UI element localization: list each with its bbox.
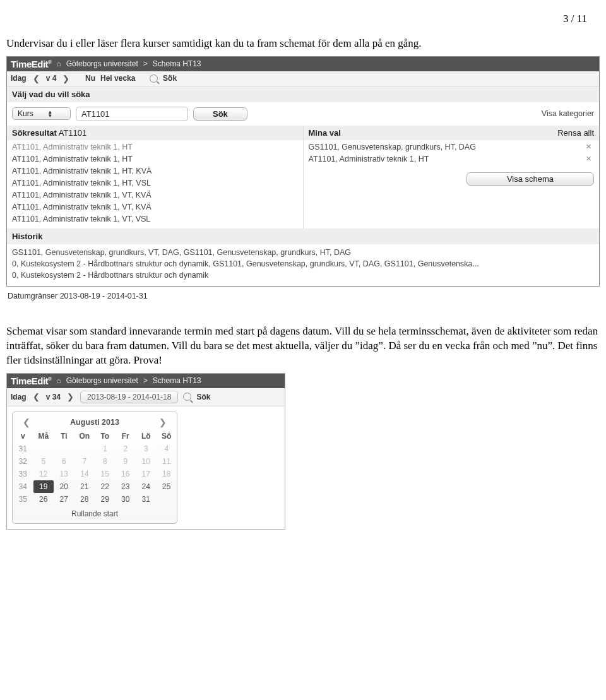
week-number: 34 (13, 480, 33, 493)
search-button[interactable]: Sök (193, 107, 247, 121)
results-header: Sökresultat AT1101 (7, 126, 303, 140)
date-range-button[interactable]: 2013-08-19 - 2014-01-18 (80, 391, 178, 403)
calendar-day[interactable]: 1 (95, 442, 116, 455)
calendar-day[interactable]: 14 (74, 468, 95, 480)
screenshot-timeedit-search: TimeEdit® ⌂ Göteborgs universitet Schema… (6, 56, 600, 287)
week-number: 35 (13, 493, 33, 506)
calendar-day[interactable]: 11 (157, 455, 177, 468)
chevron-updown-icon: ▴▾ (49, 110, 52, 117)
close-icon[interactable]: ✕ (586, 143, 594, 151)
calendar-day[interactable]: 28 (74, 493, 95, 506)
today-button[interactable]: Idag (11, 393, 27, 401)
list-item[interactable]: AT1101, Administrativ teknik 1, HT, KVÄ (12, 165, 298, 177)
list-item[interactable]: AT1101, Administrativ teknik 1, HT✕ (309, 153, 595, 165)
prev-month-button[interactable]: ❮ (19, 417, 34, 427)
app-logo: TimeEdit® (11, 59, 51, 69)
calendar-day[interactable]: 17 (136, 468, 157, 480)
app-topbar: TimeEdit® ⌂ Göteborgs universitet Schema… (7, 374, 285, 388)
calendar-day[interactable]: 31 (136, 493, 157, 506)
type-selector[interactable]: Kurs ▴▾ (12, 107, 71, 120)
history-list: GS1101, Genusvetenskap, grundkurs, VT, D… (7, 244, 599, 286)
calendar-day[interactable]: 3 (136, 442, 157, 455)
calendar-day[interactable]: 20 (54, 480, 74, 493)
prev-week-button[interactable]: ❮ (32, 392, 41, 401)
breadcrumb[interactable]: Schema HT13 (153, 376, 201, 385)
list-item[interactable]: 0, Kustekosystem 2 - Hårdbottnars strukt… (12, 270, 594, 281)
list-item[interactable]: GS1101, Genusvetenskap, grundkurs, VT, D… (12, 247, 594, 258)
close-icon[interactable]: ✕ (586, 155, 594, 163)
search-input[interactable]: AT1101 (76, 107, 188, 121)
calendar-day[interactable]: 23 (116, 480, 136, 493)
calendar-day[interactable]: 24 (136, 480, 157, 493)
breadcrumb[interactable]: Göteborgs universitet (66, 59, 138, 68)
list-item[interactable]: AT1101, Administrativ teknik 1, HT (12, 153, 298, 165)
calendar-day[interactable]: 18 (157, 468, 177, 480)
calendar-day[interactable]: 25 (157, 480, 177, 493)
app-logo: TimeEdit® (11, 376, 51, 386)
selections-header: Mina val Rensa allt (304, 126, 600, 140)
calendar-day (33, 442, 54, 455)
list-item[interactable]: AT1101, Administrativ teknik 1, VT, VSL (12, 213, 298, 225)
page-number: 3 / 11 (6, 0, 600, 32)
next-week-button[interactable]: ❯ (61, 74, 71, 83)
calendar-day[interactable]: 7 (74, 455, 95, 468)
clear-all-link[interactable]: Rensa allt (557, 128, 594, 138)
list-item[interactable]: 0, Kustekosystem 2 - Hårdbottnars strukt… (12, 258, 594, 270)
calendar-grid: v Må Ti On To Fr Lö Sö 31123432567891011… (13, 430, 177, 506)
calendar-day (74, 442, 95, 455)
search-label[interactable]: Sök (196, 393, 210, 401)
calendar-day[interactable]: 4 (157, 442, 177, 455)
list-item[interactable]: AT1101, Administrativ teknik 1, HT (12, 141, 298, 153)
list-item[interactable]: GS1101, Genusvetenskap, grundkurs, HT, D… (309, 141, 595, 153)
app-toolbar: Idag ❮ v 4 ❯ Nu Hel vecka Sök (7, 71, 599, 86)
list-item[interactable]: AT1101, Administrativ teknik 1, VT, KVÄ (12, 201, 298, 213)
calendar-day[interactable]: 22 (95, 480, 116, 493)
calendar-day[interactable]: 19 (33, 480, 54, 493)
history-heading: Historik (7, 228, 599, 244)
calendar-day[interactable]: 9 (116, 455, 136, 468)
calendar-day[interactable]: 26 (33, 493, 54, 506)
week-number: 31 (13, 442, 33, 455)
calendar-day[interactable]: 10 (136, 455, 157, 468)
breadcrumb[interactable]: Göteborgs universitet (66, 376, 138, 385)
breadcrumb-sep (143, 376, 148, 385)
calendar-day[interactable]: 8 (95, 455, 116, 468)
calendar-day[interactable]: 5 (33, 455, 54, 468)
home-icon[interactable]: ⌂ (56, 59, 61, 68)
calendar-day[interactable]: 6 (54, 455, 74, 468)
search-label[interactable]: Sök (163, 74, 177, 83)
calendar-day[interactable]: 27 (54, 493, 74, 506)
mid-paragraph: Schemat visar som standard innevarande t… (6, 319, 600, 373)
rolling-start-label[interactable]: Rullande start (13, 506, 177, 518)
calendar-popover: ❮ Augusti 2013 ❯ v Må Ti On To Fr Lö Sö … (12, 412, 177, 524)
calendar-day[interactable]: 15 (95, 468, 116, 480)
screenshot-timeedit-calendar: TimeEdit® ⌂ Göteborgs universitet Schema… (6, 373, 285, 530)
calendar-day[interactable]: 21 (74, 480, 95, 493)
week-col-header: v (13, 430, 33, 442)
next-month-button[interactable]: ❯ (155, 417, 170, 427)
breadcrumb-sep (143, 59, 148, 68)
calendar-day[interactable]: 12 (33, 468, 54, 480)
today-button[interactable]: Idag (11, 74, 27, 83)
calendar-day[interactable]: 13 (54, 468, 74, 480)
show-schedule-button[interactable]: Visa schema (466, 172, 594, 186)
calendar-day[interactable]: 2 (116, 442, 136, 455)
now-button[interactable]: Nu (85, 74, 95, 83)
date-range-note: Datumgränser 2013-08-19 - 2014-01-31 (6, 290, 600, 319)
show-categories-link[interactable]: Visa kategorier (542, 109, 594, 118)
calendar-day[interactable]: 29 (95, 493, 116, 506)
next-week-button[interactable]: ❯ (66, 392, 75, 401)
list-item[interactable]: AT1101, Administrativ teknik 1, HT, VSL (12, 177, 298, 189)
intro-paragraph: Undervisar du i eller läser flera kurser… (6, 32, 600, 56)
week-number: 32 (13, 455, 33, 468)
list-item[interactable]: AT1101, Administrativ teknik 1, VT, KVÄ (12, 189, 298, 201)
search-icon (150, 74, 158, 83)
prev-week-button[interactable]: ❮ (32, 74, 41, 83)
breadcrumb[interactable]: Schema HT13 (153, 59, 201, 68)
full-week-button[interactable]: Hel vecka (100, 74, 135, 83)
home-icon[interactable]: ⌂ (56, 376, 61, 385)
calendar-day[interactable]: 30 (116, 493, 136, 506)
calendar-day[interactable]: 16 (116, 468, 136, 480)
week-label[interactable]: v 34 (46, 393, 61, 401)
week-label[interactable]: v 4 (46, 74, 57, 83)
